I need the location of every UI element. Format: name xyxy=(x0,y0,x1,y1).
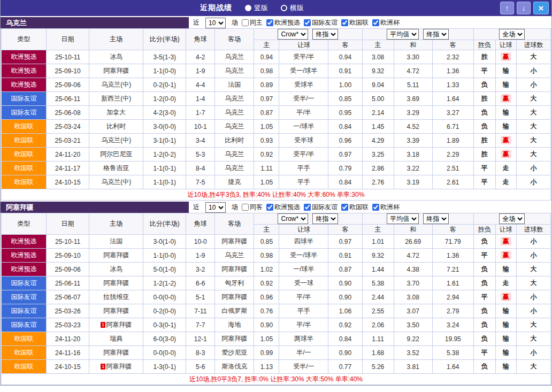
cell-avg-away: 6.71 xyxy=(432,120,473,134)
move-up-button[interactable]: ↑ xyxy=(500,2,514,14)
cell-handicap: 受平/半 xyxy=(279,148,328,162)
titlebar-center: 近期战绩 竖版 横版 xyxy=(1,3,503,13)
same-venue-checkbox[interactable]: 同客 xyxy=(242,203,263,212)
comp-checkbox-2-input[interactable] xyxy=(341,19,348,26)
cell-handicap: 受半球 xyxy=(279,134,328,148)
column-header: 角球 xyxy=(186,213,215,235)
layout-radio-horizontal[interactable]: 横版 xyxy=(281,3,304,13)
comp-checkbox-0-input[interactable] xyxy=(266,204,273,211)
cell-corners: 1-9 xyxy=(186,64,215,78)
cell-result: 平 xyxy=(473,290,495,304)
cell-avg-home: 5.00 xyxy=(362,92,394,106)
cell-competition: 国际友谊 xyxy=(2,106,47,120)
handicap-win-tag: 赢 xyxy=(501,52,511,61)
cell-home-team: 冰岛 xyxy=(89,263,143,276)
cell-score: 3-5(1-3) xyxy=(143,50,186,64)
handicap-win-tag: 赢 xyxy=(501,94,511,103)
comp-checkbox-3[interactable]: 欧洲杯 xyxy=(372,203,400,212)
final-odds-select-2[interactable]: 终指 xyxy=(423,213,449,224)
cell-avg-home: 3.25 xyxy=(362,148,394,162)
comp-checkbox-1-input[interactable] xyxy=(304,204,311,211)
cell-handicap: 受半/一 xyxy=(279,360,328,374)
final-odds-select[interactable]: 终指 xyxy=(312,29,338,40)
cell-handicap-result: 赢 xyxy=(495,148,516,162)
comp-checkbox-0[interactable]: 欧洲预选 xyxy=(266,203,300,212)
team-name: 阿塞拜疆 xyxy=(1,202,189,213)
cell-avg-draw: 3.08 xyxy=(394,290,432,304)
comp-checkbox-1[interactable]: 国际友谊 xyxy=(304,203,338,212)
cell-odds-away: 0.84 xyxy=(328,332,362,346)
team-name: 乌克兰 xyxy=(1,17,189,28)
average-controls-cell: 平均值终指 xyxy=(362,29,473,40)
cell-home-team: 新西兰(中) xyxy=(89,92,143,106)
sections-container: 乌克兰近10场同主欧洲预选国际友谊欧国联欧洲杯类型日期主场比分(半场)角球客场C… xyxy=(1,17,551,385)
cell-handicap: 平/半 xyxy=(279,106,328,120)
comp-checkbox-3-input[interactable] xyxy=(372,19,379,26)
cell-corners: 10-1 xyxy=(186,120,215,134)
popup-title: 近期战绩 xyxy=(200,3,232,13)
recent-count-select[interactable]: 10 xyxy=(205,202,226,213)
comp-checkbox-2[interactable]: 欧国联 xyxy=(341,18,369,27)
cell-avg-away: 1.89 xyxy=(432,134,473,148)
comp-checkbox-1[interactable]: 国际友谊 xyxy=(304,18,338,27)
cell-away-team-text: 乌克兰 xyxy=(225,109,244,116)
cell-goals-result: 大 xyxy=(516,332,550,346)
average-select[interactable]: 平均值 xyxy=(387,29,419,40)
cell-home-team: 比利时 xyxy=(89,120,143,134)
comp-checkbox-0[interactable]: 欧洲预选 xyxy=(266,18,300,27)
same-venue-checkbox-input[interactable] xyxy=(242,19,249,26)
comp-checkbox-2-input[interactable] xyxy=(341,204,348,211)
cell-avg-home: 4.29 xyxy=(362,134,394,148)
cell-date: 25-10-11 xyxy=(47,235,89,249)
card-count-badge: 1 xyxy=(101,322,105,328)
comp-checkbox-0-input[interactable] xyxy=(266,19,273,26)
comp-checkbox-3-input[interactable] xyxy=(372,204,379,211)
cell-goals-result: 小 xyxy=(516,78,550,92)
cell-competition: 欧国联 xyxy=(2,346,47,360)
cell-home-team-text: 比利时 xyxy=(106,122,126,130)
bookmaker-select[interactable]: Crow* xyxy=(278,29,308,40)
bookmaker-select[interactable]: Crow* xyxy=(278,213,308,224)
cell-avg-away: 1.36 xyxy=(432,64,473,78)
cell-home-team: 乌克兰(中) xyxy=(89,78,143,92)
cell-handicap-result: 赢 xyxy=(495,92,516,106)
cell-home-team-text: 阿塞拜疆 xyxy=(103,67,129,74)
cell-date: 25-03-24 xyxy=(47,120,89,134)
comp-checkbox-3[interactable]: 欧洲杯 xyxy=(372,18,400,27)
cell-competition: 欧洲预选 xyxy=(2,235,47,249)
cell-corners: 12-1 xyxy=(186,332,215,346)
comp-checkbox-1-input[interactable] xyxy=(304,19,311,26)
cell-avg-draw: 3.81 xyxy=(394,360,432,374)
average-select[interactable]: 平均值 xyxy=(387,213,419,224)
cell-avg-draw: 26.69 xyxy=(394,235,432,249)
cell-avg-away: 2.94 xyxy=(432,290,473,304)
final-odds-select[interactable]: 终指 xyxy=(312,213,338,224)
same-venue-checkbox-input[interactable] xyxy=(242,204,249,211)
same-venue-checkbox[interactable]: 同主 xyxy=(242,18,263,27)
table-row: 欧洲预选25-10-11法国3-0(1-0)10-0阿塞拜疆0.85四球半0.9… xyxy=(2,235,551,249)
cell-score: 5-0(1-0) xyxy=(143,263,186,276)
cell-competition: 国际友谊 xyxy=(2,318,47,332)
cell-home-team-text: 格鲁吉亚 xyxy=(103,164,129,172)
near-label: 近 xyxy=(193,18,200,27)
scope-select[interactable]: 全场 xyxy=(499,213,525,224)
layout-radio-vertical[interactable]: 竖版 xyxy=(245,3,268,13)
scope-select[interactable]: 全场 xyxy=(499,29,525,40)
column-header: 让球 xyxy=(495,40,516,50)
comp-checkbox-2[interactable]: 欧国联 xyxy=(341,203,369,212)
recent-count-select[interactable]: 10 xyxy=(205,18,226,28)
close-button[interactable]: × xyxy=(533,2,549,14)
cell-result: 平 xyxy=(473,175,495,189)
table-row: 欧国联24-10-15乌克兰(中)1-1(0-1)7-5捷克1.05平手0.84… xyxy=(2,175,551,189)
cell-avg-draw: 3.69 xyxy=(394,92,432,106)
cell-date: 24-10-15 xyxy=(47,175,89,189)
results-table: 类型日期主场比分(半场)角球客场Crow*终指平均值终指全场主让球客主和客胜负让… xyxy=(1,28,551,201)
final-odds-select-2[interactable]: 终指 xyxy=(423,29,449,40)
cell-score: 1-1(0-0) xyxy=(143,64,186,78)
cell-result: 负 xyxy=(473,304,495,318)
cell-avg-home: 1.45 xyxy=(362,120,394,134)
move-down-button[interactable]: ↓ xyxy=(517,2,531,14)
cell-odds-away: 0.84 xyxy=(328,175,362,189)
cell-corners: 3-2 xyxy=(186,263,215,276)
cell-corners: 10-0 xyxy=(186,235,215,249)
